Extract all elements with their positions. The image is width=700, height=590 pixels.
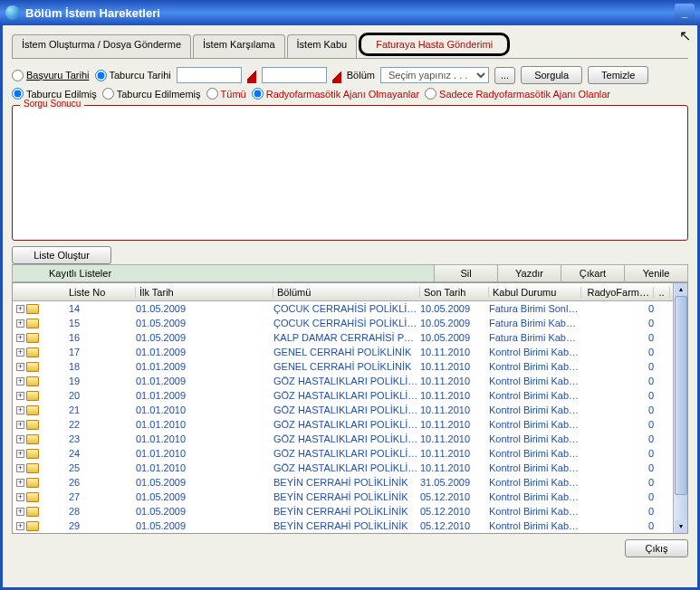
expand-icon[interactable]: + (16, 435, 24, 443)
table-row[interactable]: +2201.01.2010GÖZ HASTALIKLARI POLİKLİNİK… (13, 417, 673, 432)
table-row[interactable]: +2801.05.2009BEYİN CERRAHİ POLİKLİNİK05.… (13, 504, 673, 519)
cikart-button[interactable]: Çıkart (561, 265, 624, 281)
scroll-up-icon[interactable]: ▴ (675, 283, 687, 296)
cell-sontarih: 10.11.2010 (420, 361, 489, 372)
yenile-button[interactable]: Yenile (624, 265, 687, 281)
scroll-down-icon[interactable]: ▾ (675, 520, 687, 533)
cell-sontarih: 10.11.2010 (420, 448, 489, 459)
date-to-marker[interactable] (332, 67, 341, 83)
sorgula-button[interactable]: Sorgula (521, 66, 582, 84)
cell-listeno: 26 (65, 477, 136, 488)
table-row[interactable]: +2101.01.2010GÖZ HASTALIKLARI POLİKLİNİK… (13, 403, 673, 417)
col-sontarih[interactable]: Son Tarih (420, 287, 489, 298)
date-from-marker[interactable] (247, 67, 256, 83)
minimize-button[interactable]: _ (675, 4, 695, 22)
sil-button[interactable]: Sil (434, 265, 497, 281)
yazdir-button[interactable]: Yazdır (497, 265, 561, 281)
cikis-button[interactable]: Çıkış (625, 539, 688, 557)
radio-basvuru-tarihi[interactable]: Başvuru Tarihi (12, 70, 90, 81)
cell-radyo: 0 (581, 376, 654, 386)
cell-ilktarih: 01.05.2009 (136, 491, 273, 502)
folder-icon (26, 362, 39, 372)
tab-istem-olusturma[interactable]: İstem Oluşturma / Dosya Gönderme (12, 34, 191, 58)
cell-listeno: 19 (65, 376, 136, 386)
expand-icon[interactable]: + (16, 334, 24, 342)
tab-faturaya-hasta[interactable]: Faturaya Hasta Gönderimi (359, 33, 510, 56)
cell-bolumu: GÖZ HASTALIKLARI POLİKLİNİK (273, 376, 420, 386)
col-ilktarih[interactable]: İlk Tarih (136, 287, 273, 298)
table-row[interactable]: +2701.05.2009BEYİN CERRAHİ POLİKLİNİK05.… (13, 490, 673, 504)
col-radyo[interactable]: RadyoFarm… (581, 287, 654, 298)
expand-icon[interactable]: + (16, 493, 24, 501)
date-from-input[interactable] (177, 67, 242, 83)
table-row[interactable]: +1401.05.2009ÇOCUK CERRAHİSİ POLİKLİNİK1… (13, 301, 673, 316)
temizle-button[interactable]: Temizle (588, 66, 648, 84)
col-dot[interactable]: .. (654, 287, 670, 298)
cell-bolumu: GÖZ HASTALIKLARI POLİKLİNİK (273, 419, 420, 430)
cell-radyo: 0 (581, 477, 654, 488)
cell-listeno: 15 (65, 318, 136, 328)
radio-radyo-olan[interactable]: Sadece Radyofarmasötik Ajanı Olanlar (425, 88, 610, 100)
table-row[interactable]: +1901.01.2009GÖZ HASTALIKLARI POLİKLİNİK… (13, 374, 673, 388)
radio-tumu[interactable]: Tümü (206, 88, 246, 100)
table-row[interactable]: +2601.05.2009BEYİN CERRAHİ POLİKLİNİK31.… (13, 475, 673, 490)
bolum-browse-button[interactable]: ... (494, 67, 515, 84)
radio-edilmemis[interactable]: Taburcu Edilmemiş (102, 88, 201, 100)
folder-icon (26, 420, 39, 430)
expand-icon[interactable]: + (16, 363, 24, 371)
expand-icon[interactable]: + (16, 479, 24, 487)
col-listeno[interactable]: Liste No (65, 287, 136, 298)
table-row[interactable]: +2501.01.2010GÖZ HASTALIKLARI POLİKLİNİK… (13, 461, 673, 475)
folder-icon (26, 319, 39, 328)
expand-icon[interactable]: + (16, 406, 24, 414)
date-to-input[interactable] (262, 67, 327, 83)
folder-icon (26, 463, 39, 473)
col-kabul[interactable]: Kabul Durumu (489, 287, 581, 298)
cell-radyo: 0 (581, 303, 654, 314)
tab-istem-kabu[interactable]: İstem Kabu (287, 34, 358, 58)
cell-bolumu: BEYİN CERRAHİ POLİKLİNİK (273, 506, 420, 517)
kayitli-listeler-header: Kayıtlı Listeler Sil Yazdır Çıkart Yenil… (12, 264, 688, 282)
cell-ilktarih: 01.05.2009 (136, 318, 273, 328)
cell-listeno: 14 (65, 303, 136, 314)
expand-icon[interactable]: + (16, 522, 24, 530)
radio-taburcu-tarihi[interactable]: Taburcu Tarihi (95, 70, 171, 81)
cell-radyo: 0 (581, 520, 654, 531)
cell-kabul: Kontrol Birimi Kab… 0 (489, 361, 581, 372)
expand-icon[interactable]: + (16, 421, 24, 429)
table-row[interactable]: +1701.01.2009GENEL CERRAHİ POLİKLİNİK10.… (13, 345, 673, 359)
window-titlebar: Bölüm İstem Hareketleri _ (0, 0, 700, 25)
cell-ilktarih: 01.05.2009 (136, 506, 273, 517)
cell-radyo: 0 (581, 419, 654, 430)
radio-radyo-olmayan[interactable]: Radyofarmasötik Ajanı Olmayanlar (252, 88, 419, 100)
cell-listeno: 28 (65, 506, 136, 517)
cell-listeno: 20 (65, 390, 136, 401)
bolum-select[interactable]: Seçim yapınız . . . (380, 67, 489, 83)
grid-scrollbar[interactable]: ▴ ▾ (673, 283, 687, 533)
table-row[interactable]: +2901.05.2009BEYİN CERRAHİ POLİKLİNİK05.… (13, 519, 673, 533)
cell-kabul: Kontrol Birimi Kab… 0 (489, 419, 581, 430)
tab-istem-karsilama[interactable]: İstem Karşılama (193, 34, 284, 58)
table-row[interactable]: +1801.01.2009GENEL CERRAHİ POLİKLİNİK10.… (13, 359, 673, 374)
expand-icon[interactable]: + (16, 319, 24, 328)
cell-bolumu: ÇOCUK CERRAHİSİ POLİKLİNİK (273, 318, 420, 328)
cell-ilktarih: 01.05.2009 (136, 520, 273, 531)
expand-icon[interactable]: + (16, 464, 24, 472)
expand-icon[interactable]: + (16, 508, 24, 516)
expand-icon[interactable]: + (16, 392, 24, 400)
table-row[interactable]: +1601.05.2009KALP DAMAR CERRAHİSİ POLİK…… (13, 330, 673, 345)
expand-icon[interactable]: + (16, 305, 24, 313)
table-row[interactable]: +2401.01.2010GÖZ HASTALIKLARI POLİKLİNİK… (13, 446, 673, 461)
table-row[interactable]: +1501.05.2009ÇOCUK CERRAHİSİ POLİKLİNİK1… (13, 316, 673, 330)
expand-icon[interactable]: + (16, 377, 24, 385)
cell-ilktarih: 01.01.2010 (136, 419, 273, 430)
table-row[interactable]: +2001.01.2009GÖZ HASTALIKLARI POLİKLİNİK… (13, 388, 673, 403)
liste-olustur-button[interactable]: Liste Oluştur (12, 246, 111, 264)
col-bolumu[interactable]: Bölümü (273, 287, 420, 298)
cell-bolumu: BEYİN CERRAHİ POLİKLİNİK (273, 477, 420, 488)
expand-icon[interactable]: + (16, 348, 24, 357)
cell-listeno: 16 (65, 332, 136, 343)
table-row[interactable]: +2301.01.2010GÖZ HASTALIKLARI POLİKLİNİK… (13, 432, 673, 446)
scroll-thumb[interactable] (675, 296, 687, 495)
expand-icon[interactable]: + (16, 450, 24, 458)
